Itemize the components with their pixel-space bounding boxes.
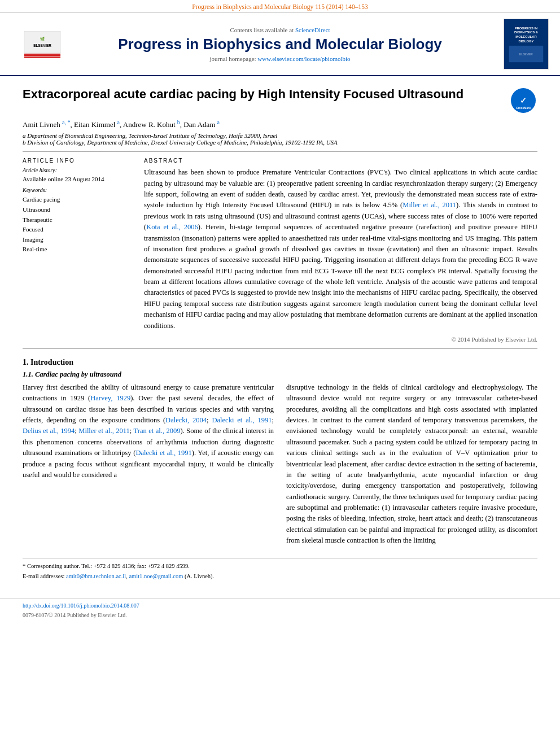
article-info-column: ARTICLE INFO Article history: Available … [23, 158, 133, 343]
journal-cover-image: PROGRESS IN BIOPHYSICS & MOLECULAR BIOLO… [504, 19, 549, 69]
crossmark-badge: ✓ CrossMark [509, 86, 537, 115]
journal-cover-section: PROGRESS IN BIOPHYSICS & MOLECULAR BIOLO… [487, 19, 549, 69]
abstract-text: Ultrasound has been shown to produce Pre… [144, 167, 537, 331]
svg-rect-0 [24, 31, 60, 53]
doi-link-bar: http://dx.doi.org/10.1016/j.pbiomolbio.2… [0, 599, 560, 612]
journal-title: Progress in Biophysics and Molecular Bio… [73, 36, 487, 53]
svg-text:BIOPHYSICS &: BIOPHYSICS & [514, 30, 539, 34]
ref-dalecki-2004[interactable]: Dalecki, 2004 [165, 416, 207, 424]
available-online: Available online 23 August 2014 [23, 176, 133, 182]
article-title-section: Extracorporeal acute cardiac pacing by H… [23, 86, 537, 115]
main-content: Extracorporeal acute cardiac pacing by H… [0, 76, 560, 593]
crossmark-circle: ✓ CrossMark [511, 88, 536, 113]
subsection-title: Cardiac pacing by ultrasound [35, 370, 121, 378]
ref-harvey-1929[interactable]: Harvey, 1929 [90, 394, 130, 402]
keyword-6: Real-time [23, 244, 133, 255]
svg-text:CrossMark: CrossMark [516, 106, 531, 110]
email-line: E-mail addresses: amit0@bm.technion.ac.i… [23, 572, 537, 581]
affiliation-a: a Department of Biomedical Engineering, … [23, 132, 537, 139]
homepage-link[interactable]: www.elsevier.com/locate/pbiomolbio [257, 55, 350, 62]
svg-rect-4 [24, 55, 60, 56]
journal-citation-bar: Progress in Biophysics and Molecular Bio… [0, 0, 560, 13]
ref-kota-2006[interactable]: Kota et al., 2006 [146, 223, 198, 231]
keywords-list: Cardiac pacing Ultrasound Therapeutic Fo… [23, 195, 133, 255]
ref-delius-1994[interactable]: Delius et al., 1994 [23, 427, 75, 435]
affiliations: a Department of Biomedical Engineering, … [23, 132, 537, 146]
sciencedirect-link[interactable]: ScienceDirect [295, 27, 330, 33]
elsevier-logo-svg: 🌿 ELSEVIER [20, 29, 65, 60]
svg-rect-3 [24, 54, 60, 55]
email-label: E-mail addresses: [23, 573, 64, 579]
journal-header: 🌿 ELSEVIER Contents lists available at S… [0, 13, 560, 76]
svg-rect-5 [24, 56, 60, 58]
email1-link[interactable]: amit0@bm.technion.ac.il [66, 573, 126, 579]
intro-body: Harvey first described the ability of ul… [23, 382, 537, 551]
article-title: Extracorporeal acute cardiac pacing by H… [23, 86, 498, 103]
keyword-5: Imaging [23, 235, 133, 245]
homepage-text: journal homepage: [209, 55, 256, 62]
intro-left-text: Harvey first described the ability of ul… [23, 382, 274, 480]
intro-heading: 1. Introduction [23, 358, 537, 367]
email-suffix: (A. Livneh). [185, 573, 214, 579]
issn-line: 0079-6107/© 2014 Published by Elsevier L… [0, 612, 560, 623]
ref-dalecki-1991[interactable]: Dalecki et al., 1991 [212, 416, 272, 424]
homepage-line: journal homepage: www.elsevier.com/locat… [73, 55, 487, 62]
elsevier-logo-section: 🌿 ELSEVIER [11, 29, 73, 60]
article-info-abstract-section: ARTICLE INFO Article history: Available … [23, 158, 537, 343]
corresponding-author: * Corresponding author. Tel.: +972 4 829… [23, 562, 537, 571]
journal-citation-text: Progress in Biophysics and Molecular Bio… [192, 3, 368, 10]
divider-line [23, 151, 537, 152]
svg-text:✓: ✓ [520, 96, 527, 105]
intro-right-text: disruptive technology in the fields of c… [286, 382, 537, 547]
introduction-section: 1. Introduction 1.1. Cardiac pacing by u… [23, 358, 537, 551]
intro-title: Introduction [30, 358, 73, 366]
sciencedirect-line: Contents lists available at ScienceDirec… [73, 27, 487, 33]
doi-link[interactable]: http://dx.doi.org/10.1016/j.pbiomolbio.2… [23, 602, 139, 609]
keyword-3: Therapeutic [23, 215, 133, 225]
cover-svg: PROGRESS IN BIOPHYSICS & MOLECULAR BIOLO… [506, 21, 546, 67]
email2-link[interactable]: amit1.noe@gmail.com [129, 573, 183, 579]
article-info-label: ARTICLE INFO [23, 158, 133, 164]
affiliation-b: b Division of Cardiology, Department of … [23, 139, 537, 146]
subsection-number: 1.1. [23, 370, 33, 378]
contents-list-text: Contents lists available at [230, 27, 294, 33]
abstract-column: ABSTRACT Ultrasound has been shown to pr… [144, 158, 537, 343]
authors-line: Amit Livneh a, *, Eitan Kimmel a, Andrew… [23, 119, 537, 129]
svg-text:PROGRESS IN: PROGRESS IN [515, 27, 538, 30]
svg-text:ELSEVIER: ELSEVIER [519, 53, 533, 56]
authors-text: Amit Livneh a, *, Eitan Kimmel a, Andrew… [23, 120, 220, 129]
ref-miller-2011[interactable]: Miller et al., 2011 [403, 201, 456, 209]
keyword-4: Focused [23, 225, 133, 235]
article-history-label: Article history: [23, 167, 133, 173]
journal-header-center: Contents lists available at ScienceDirec… [73, 27, 487, 62]
footnote-section: * Corresponding author. Tel.: +972 4 829… [23, 558, 537, 582]
intro-right-col: disruptive technology in the fields of c… [286, 382, 537, 551]
keyword-1: Cardiac pacing [23, 195, 133, 205]
ref-tran-2009[interactable]: Tran et al., 2009 [134, 427, 181, 435]
intro-left-col: Harvey first described the ability of ul… [23, 382, 274, 551]
ref-dalecki-1991b[interactable]: Dalecki et al., 1991 [135, 449, 191, 457]
svg-text:ELSEVIER: ELSEVIER [33, 43, 51, 47]
abstract-label: ABSTRACT [144, 158, 537, 164]
svg-text:BIOLOGY: BIOLOGY [519, 40, 534, 43]
keyword-2: Ultrasound [23, 205, 133, 215]
svg-text:🌿: 🌿 [40, 37, 45, 41]
intro-number: 1. [23, 358, 29, 366]
subsection-heading: 1.1. Cardiac pacing by ultrasound [23, 370, 537, 379]
ref-miller-2011b[interactable]: Miller et al., 2011 [78, 427, 130, 435]
copyright-line: © 2014 Published by Elsevier Ltd. [144, 336, 537, 343]
keywords-label: Keywords: [23, 187, 133, 193]
crossmark-icon: ✓ CrossMark [512, 89, 535, 112]
svg-text:MOLECULAR: MOLECULAR [515, 35, 537, 38]
divider-line-2 [23, 348, 537, 349]
